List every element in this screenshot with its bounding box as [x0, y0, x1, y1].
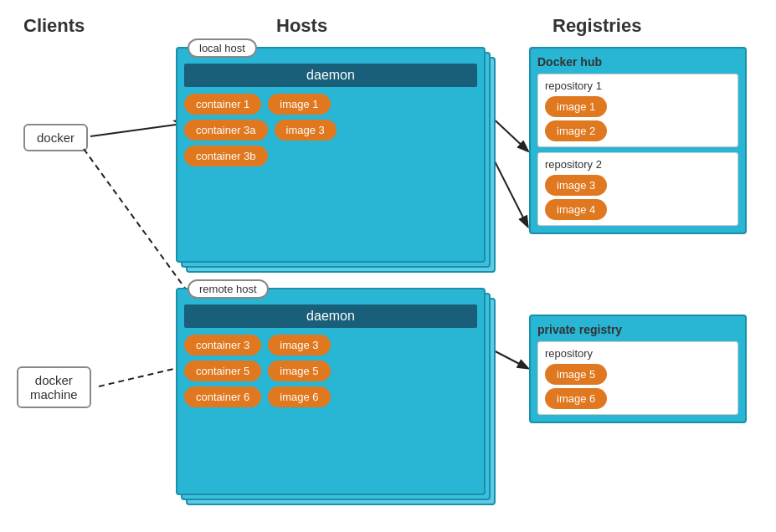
local-container1: container 1: [184, 94, 261, 115]
repo2-inner: repository 2 image 3 image 4: [537, 152, 738, 226]
docker-machine-label: dockermachine: [30, 373, 78, 402]
repo1-title: repository 1: [545, 79, 731, 92]
registries-header: Registries: [552, 15, 641, 37]
remote-row-3: container 6 image 6: [184, 386, 477, 407]
private-registry-title: private registry: [537, 323, 738, 336]
docker-client: docker: [23, 124, 88, 151]
remote-host-panel: remote host daemon container 3 image 3 c…: [176, 288, 486, 495]
local-image3: image 3: [275, 120, 337, 141]
hub-image4: image 4: [545, 199, 607, 220]
remote-container5: container 5: [184, 361, 261, 381]
local-row-3: container 3b: [184, 146, 477, 166]
remote-image6: image 6: [268, 386, 330, 407]
local-image1: image 1: [268, 94, 330, 115]
remote-image5: image 5: [268, 361, 330, 381]
local-container3a: container 3a: [184, 120, 268, 141]
docker-client-label: docker: [37, 130, 75, 145]
remote-container6: container 6: [184, 386, 261, 407]
remote-row-2: container 5 image 5: [184, 361, 477, 381]
remote-image3: image 3: [268, 335, 330, 356]
hub-image2: image 2: [545, 120, 607, 141]
remote-host-label: remote host: [188, 279, 269, 299]
local-host-label: local host: [188, 38, 257, 58]
remote-row-1: container 3 image 3: [184, 335, 477, 356]
hub-image3: image 3: [545, 175, 607, 196]
remote-daemon-bar: daemon: [184, 304, 477, 328]
docker-hub-title: Docker hub: [537, 55, 738, 69]
private-repo-title: repository: [545, 347, 731, 360]
local-container3b: container 3b: [184, 146, 268, 166]
hosts-header: Hosts: [276, 15, 327, 37]
docker-machine-client: dockermachine: [17, 366, 91, 408]
local-host-panel: local host daemon container 1 image 1 co…: [176, 47, 486, 263]
docker-hub-panel: Docker hub repository 1 image 1 image 2 …: [529, 47, 747, 234]
local-row-2: container 3a image 3: [184, 120, 477, 141]
clients-header: Clients: [23, 15, 85, 37]
repo1-inner: repository 1 image 1 image 2: [537, 74, 738, 147]
repo2-title: repository 2: [545, 158, 731, 171]
diagram-container: Clients Hosts Registries docker dockerma…: [0, 0, 776, 532]
private-image6: image 6: [545, 388, 607, 409]
private-registry-panel: private registry repository image 5 imag…: [529, 315, 747, 423]
local-daemon-bar: daemon: [184, 64, 477, 87]
hub-image1: image 1: [545, 96, 607, 117]
local-row-1: container 1 image 1: [184, 94, 477, 115]
private-image5: image 5: [545, 364, 607, 385]
private-repo-inner: repository image 5 image 6: [537, 341, 738, 415]
remote-container3: container 3: [184, 335, 261, 356]
